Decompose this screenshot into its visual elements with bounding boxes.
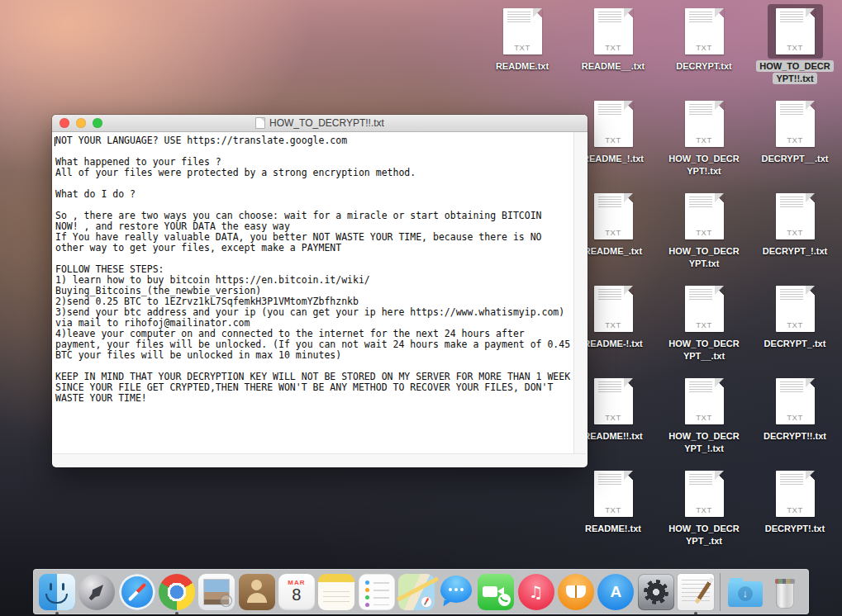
file-name-label: README!.txt: [570, 523, 656, 534]
facetime-icon: [478, 574, 514, 610]
dock-item-contacts[interactable]: [239, 574, 275, 610]
file-type-label: TXT: [594, 505, 633, 514]
running-indicator: [175, 612, 178, 615]
txt-document-icon: TXT: [685, 101, 724, 147]
desktop-icon-how-to-decrypt-txt[interactable]: TXT HOW_TO_DECRYPT!!.txt: [752, 4, 838, 84]
txt-document-icon: TXT: [594, 471, 633, 517]
close-button[interactable]: [59, 118, 69, 128]
dock-item-calendar[interactable]: MAR8: [278, 574, 315, 610]
file-type-label: TXT: [685, 135, 724, 145]
dock-item-chrome[interactable]: [159, 574, 195, 610]
reminders-icon: [359, 574, 395, 610]
file-name-label: README__.txt: [570, 60, 656, 72]
txt-document-icon: TXT: [685, 471, 724, 517]
text-editor-area[interactable]: NOT YOUR LANGUAGE? USE https://translate…: [53, 132, 574, 454]
file-name-label: DECRYPT!.txt: [752, 523, 838, 534]
desktop-icon-readme-txt[interactable]: TXT README.txt: [479, 4, 565, 72]
dock-item-ibooks[interactable]: [558, 574, 594, 610]
dock-item-system-preferences[interactable]: [638, 574, 674, 610]
file-icon-frame: TXT: [586, 97, 641, 151]
finder-icon: [39, 574, 75, 610]
appstore-icon: [597, 574, 634, 610]
window-title: HOW_TO_DECRYPT!!.txt: [255, 117, 384, 129]
txt-document-icon: TXT: [685, 378, 724, 424]
file-icon-frame: TXT: [768, 4, 823, 59]
textedit-window[interactable]: HOW_TO_DECRYPT!!.txt NOT YOUR LANGUAGE? …: [52, 115, 587, 467]
notes-icon: [318, 574, 354, 610]
desktop[interactable]: TXT README.txt TXT README__.txt TXT DECR…: [0, 0, 842, 616]
desktop-icon-how-to-decrypt-txt[interactable]: TXT HOW_TO_DECRYPT_.txt: [661, 467, 747, 547]
downloads-icon: [727, 574, 764, 610]
desktop-icon-how-to-decrypt-txt[interactable]: TXT HOW_TO_DECRYPT__.txt: [661, 282, 747, 362]
dock-item-notes[interactable]: [318, 574, 354, 610]
dock-item-messages[interactable]: [438, 574, 474, 610]
file-type-label: TXT: [776, 43, 815, 52]
file-name-label: HOW_TO_DECRYPT_.txt: [661, 523, 747, 547]
file-icon-frame: TXT: [768, 374, 823, 429]
desktop-icon-decrypt-txt[interactable]: TXT DECRYPT_.txt: [752, 282, 838, 349]
textedit-icon: [678, 574, 714, 610]
dock-item-itunes[interactable]: [518, 574, 554, 610]
desktop-icon-readme-txt[interactable]: TXT README!.txt: [570, 467, 656, 534]
file-icon-frame: TXT: [768, 282, 823, 336]
ibooks-icon: [558, 574, 594, 610]
dock-item-safari[interactable]: [119, 574, 155, 610]
txt-document-icon: TXT: [685, 8, 724, 54]
file-icon-frame: TXT: [586, 189, 641, 244]
txt-document-icon: TXT: [776, 286, 815, 332]
file-type-label: TXT: [685, 228, 724, 237]
horizontal-scrollbar[interactable]: [53, 453, 587, 467]
window-titlebar[interactable]: HOW_TO_DECRYPT!!.txt: [52, 115, 587, 132]
file-icon-frame: TXT: [677, 189, 732, 244]
file-name-label: HOW_TO_DECRYPT_!.txt: [661, 430, 747, 454]
dock-item-textedit[interactable]: [678, 574, 714, 610]
messages-icon: [438, 574, 474, 610]
file-icon-frame: TXT: [768, 467, 823, 521]
file-type-label: TXT: [594, 320, 633, 329]
vertical-scrollbar[interactable]: [573, 132, 587, 454]
desktop-icon-how-to-decrypt-txt[interactable]: TXT HOW_TO_DECRYPT_!.txt: [661, 374, 747, 454]
desktop-icon-readme-txt[interactable]: TXT README__.txt: [570, 4, 656, 72]
file-icon-frame: TXT: [768, 189, 823, 244]
dock-item-reminders[interactable]: [359, 574, 395, 610]
file-name-label: HOW_TO_DECRYPT__.txt: [661, 338, 747, 362]
txt-document-icon: TXT: [594, 8, 633, 54]
dock-item-trash[interactable]: [767, 574, 803, 610]
file-type-label: TXT: [776, 135, 815, 145]
desktop-icon-decrypt-txt[interactable]: TXT DECRYPT_!.txt: [752, 189, 838, 257]
desktop-icon-how-to-decrypt-txt[interactable]: TXT HOW_TO_DECRYPT!.txt: [661, 97, 747, 177]
desktop-icon-decrypt-txt[interactable]: TXT DECRYPT!!.txt: [752, 374, 838, 442]
dock-item-mail[interactable]: [198, 574, 235, 610]
txt-document-icon: TXT: [503, 8, 542, 54]
dock-item-appstore[interactable]: [597, 574, 634, 610]
itunes-icon: [518, 574, 554, 610]
dock-item-downloads[interactable]: [727, 574, 764, 610]
file-icon-frame: TXT: [586, 467, 641, 521]
desktop-icon-decrypt-txt[interactable]: TXT DECRYPT!.txt: [752, 467, 838, 534]
trash-icon: [767, 574, 803, 610]
file-type-label: TXT: [776, 320, 815, 329]
file-type-label: TXT: [685, 43, 724, 52]
document-text[interactable]: NOT YOUR LANGUAGE? USE https://translate…: [53, 132, 574, 404]
dock-item-launchpad[interactable]: [78, 574, 115, 610]
minimize-button[interactable]: [76, 118, 86, 128]
desktop-icon-decrypt-txt[interactable]: TXT DECRYPT.txt: [661, 4, 747, 72]
launchpad-icon: [78, 574, 115, 610]
file-name-label: DECRYPT__.txt: [752, 153, 838, 164]
zoom-button[interactable]: [93, 118, 102, 128]
file-icon-frame: TXT: [677, 374, 732, 429]
dock-item-facetime[interactable]: [478, 574, 514, 610]
dock-item-finder[interactable]: [39, 574, 75, 610]
file-type-label: TXT: [594, 43, 633, 52]
dock-item-maps[interactable]: [398, 574, 435, 610]
txt-document-icon: TXT: [594, 101, 633, 147]
desktop-icon-how-to-decrypt-txt[interactable]: TXT HOW_TO_DECRYPT.txt: [661, 189, 747, 269]
txt-document-icon: TXT: [594, 378, 633, 424]
file-type-label: TXT: [685, 505, 724, 514]
file-icon-frame: TXT: [677, 467, 732, 521]
desktop-icon-decrypt-txt[interactable]: TXT DECRYPT__.txt: [752, 97, 838, 164]
document-proxy-icon: [255, 117, 265, 129]
calendar-day-text: 8: [278, 586, 315, 604]
dock: MAR8: [33, 569, 809, 614]
file-name-label: DECRYPT.txt: [661, 60, 747, 72]
